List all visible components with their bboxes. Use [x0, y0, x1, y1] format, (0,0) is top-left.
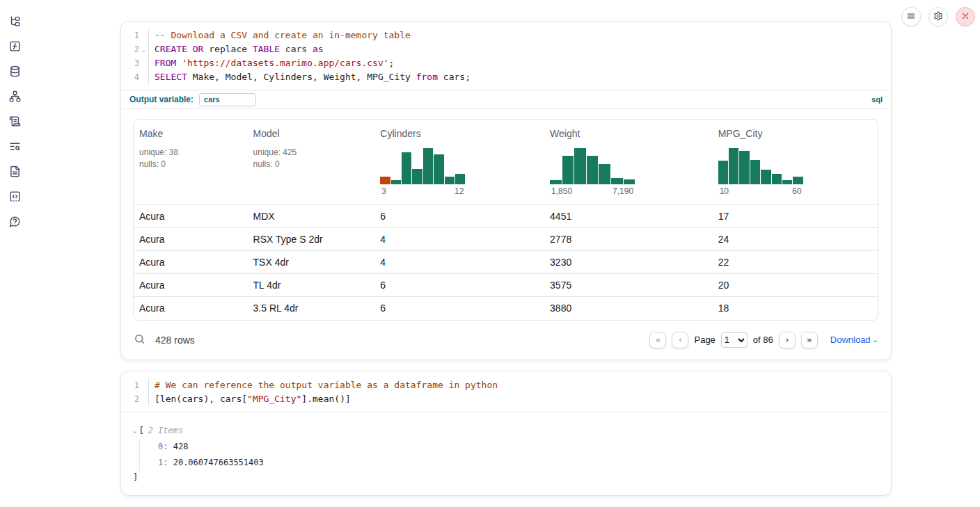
- document-button[interactable]: [6, 164, 23, 181]
- table-cell: 22: [713, 251, 878, 274]
- pagination: « ‹ Page 1 of 86 › » Download ⌄: [649, 332, 878, 348]
- histogram-bar: [587, 156, 599, 184]
- output-variable-label: Output variable:: [129, 95, 193, 104]
- code-line[interactable]: 3FROM 'https://datasets.marimo.app/cars.…: [121, 56, 891, 70]
- first-page-button[interactable]: «: [649, 332, 666, 348]
- settings-button[interactable]: [928, 7, 948, 26]
- code-line[interactable]: 4SELECT Make, Model, Cylinders, Weight, …: [121, 70, 891, 84]
- help-button[interactable]: [6, 214, 23, 231]
- fold-chevron-icon[interactable]: ⌄: [139, 42, 149, 56]
- output-variable-input[interactable]: [199, 93, 256, 106]
- column-header[interactable]: Weight1,8507,190: [544, 120, 713, 205]
- table-row[interactable]: Acura3.5 RL 4dr6388018: [134, 297, 878, 320]
- histogram-bar: [599, 164, 610, 184]
- code-line[interactable]: 1-- Download a CSV and create an in-memo…: [121, 29, 891, 42]
- histogram-bar: [423, 148, 433, 184]
- table-row[interactable]: AcuraTSX 4dr4323022: [134, 251, 878, 274]
- histogram-bar: [611, 178, 623, 184]
- table-row[interactable]: AcuraMDX6445117: [134, 205, 878, 228]
- last-page-button[interactable]: »: [801, 332, 818, 348]
- code-line[interactable]: 2⌄CREATE OR replace TABLE cars as: [121, 42, 891, 56]
- table-cell: TL 4dr: [248, 274, 375, 297]
- code-line[interactable]: 2[len(cars), cars["MPG_City"].mean()]: [121, 392, 891, 406]
- list-search-button[interactable]: [6, 139, 23, 156]
- code-line[interactable]: 1# We can reference the output variable …: [121, 378, 891, 392]
- close-bracket: ]: [133, 471, 878, 484]
- column-header[interactable]: MPG_City1060: [713, 120, 878, 205]
- table-footer: 428 rows « ‹ Page 1 of 86 › »: [121, 321, 891, 360]
- table-cell: Acura: [134, 251, 248, 274]
- column-stats: unique: 38nulls: 0: [139, 147, 242, 170]
- chevron-right-icon: ›: [785, 335, 789, 344]
- line-number: 1: [121, 378, 139, 392]
- download-button[interactable]: Download ⌄: [830, 335, 878, 345]
- table-cell: RSX Type S 2dr: [248, 228, 375, 251]
- page-select[interactable]: 1: [721, 332, 748, 348]
- code-text: FROM 'https://datasets.marimo.app/cars.c…: [149, 56, 394, 70]
- collapse-chevron-icon[interactable]: ⌄: [133, 424, 136, 437]
- table-cell: 3230: [544, 251, 713, 274]
- code-text: CREATE OR replace TABLE cars as: [149, 42, 324, 56]
- table-cell: TSX 4dr: [248, 251, 375, 274]
- column-label: Weight: [550, 128, 707, 140]
- python-code-editor[interactable]: 1# We can reference the output variable …: [121, 371, 891, 412]
- tree-item: 1: 20.060747663551403: [158, 455, 878, 471]
- scroll-button[interactable]: [6, 114, 23, 131]
- line-number: 1: [121, 29, 139, 42]
- histogram-bar: [772, 174, 782, 184]
- line-number: 3: [121, 56, 139, 70]
- column-header[interactable]: Cylinders312: [374, 120, 544, 205]
- table-row[interactable]: AcuraTL 4dr6357520: [134, 274, 878, 297]
- fold-gutter: [139, 392, 149, 406]
- table-cell: Acura: [134, 228, 248, 251]
- histogram-bar: [782, 180, 792, 184]
- next-page-button[interactable]: ›: [779, 332, 796, 348]
- left-sidebar: [0, 0, 29, 507]
- line-number: 2: [121, 42, 139, 56]
- column-header[interactable]: Modelunique: 425nulls: 0: [248, 120, 375, 205]
- output-variable-row: Output variable: sql: [121, 90, 891, 109]
- table-cell: Acura: [134, 297, 248, 320]
- data-table-card: Makeunique: 38nulls: 0Modelunique: 425nu…: [133, 119, 878, 321]
- search-button[interactable]: [134, 333, 145, 347]
- list-search-icon: [9, 140, 21, 154]
- database-button[interactable]: [6, 64, 23, 81]
- file-tree-icon: [9, 15, 21, 29]
- sql-code-editor[interactable]: 1-- Download a CSV and create an in-memo…: [121, 22, 891, 90]
- file-tree-button[interactable]: [6, 14, 23, 31]
- table-row[interactable]: AcuraRSX Type S 2dr4277824: [134, 228, 878, 251]
- hist-max-label: 7,190: [612, 186, 633, 196]
- table-cell: 18: [713, 297, 878, 320]
- snippets-button[interactable]: [6, 189, 23, 206]
- chevrons-right-icon: »: [807, 335, 812, 344]
- page-total: of 86: [753, 335, 773, 345]
- menu-icon: [906, 11, 916, 23]
- python-output-tree: ⌄ [ 2 Items 0: 4281: 20.060747663551403 …: [121, 412, 891, 495]
- histogram-bar: [574, 148, 586, 184]
- close-icon: [961, 11, 970, 23]
- chevron-left-icon: ‹: [679, 335, 682, 344]
- histogram-bar: [380, 177, 390, 184]
- column-histogram[interactable]: 1060: [718, 148, 803, 196]
- data-table: Makeunique: 38nulls: 0Modelunique: 425nu…: [134, 120, 878, 320]
- prev-page-button[interactable]: ‹: [672, 332, 688, 348]
- gear-icon: [933, 11, 943, 23]
- column-histogram[interactable]: 312: [380, 148, 465, 196]
- table-cell: 4: [374, 251, 544, 274]
- column-label: Cylinders: [380, 128, 539, 140]
- column-label: Model: [253, 128, 370, 140]
- column-histogram[interactable]: 1,8507,190: [550, 148, 635, 196]
- hist-min-label: 1,850: [551, 186, 572, 196]
- network-button[interactable]: [6, 89, 23, 106]
- menu-button[interactable]: [901, 7, 921, 26]
- histogram-bar: [750, 160, 760, 184]
- column-label: MPG_City: [718, 128, 872, 140]
- close-button[interactable]: [956, 7, 975, 26]
- database-icon: [9, 65, 21, 79]
- table-cell: 4: [374, 228, 544, 251]
- table-cell: 17: [713, 205, 878, 228]
- fold-gutter: [139, 70, 149, 84]
- column-header[interactable]: Makeunique: 38nulls: 0: [134, 120, 248, 205]
- function-button[interactable]: [6, 39, 23, 56]
- hist-max-label: 60: [792, 186, 801, 196]
